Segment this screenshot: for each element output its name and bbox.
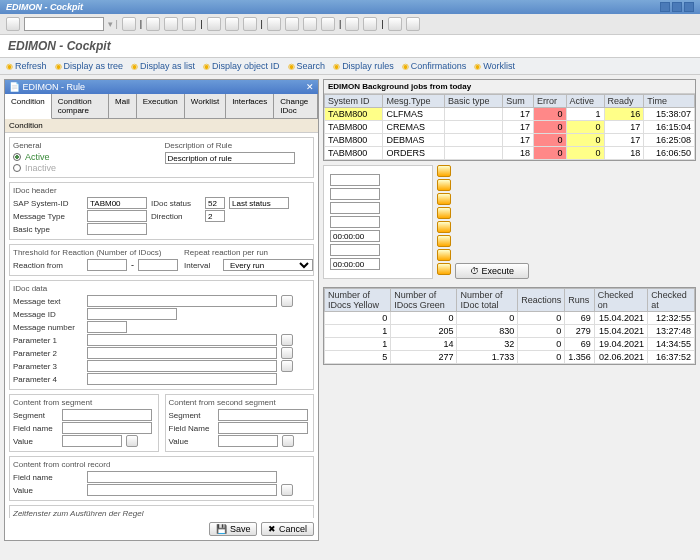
check-icon[interactable]: [6, 17, 20, 31]
reaction-from-label: Reaction from: [13, 261, 83, 270]
q3[interactable]: [330, 202, 380, 214]
first-icon[interactable]: [267, 17, 281, 31]
layout-icon[interactable]: [406, 17, 420, 31]
seg2-field-label: Field Name: [169, 424, 214, 433]
p3-input[interactable]: [87, 360, 277, 372]
qicon-5[interactable]: [437, 221, 451, 233]
find-icon[interactable]: [225, 17, 239, 31]
p1-help-icon[interactable]: [281, 334, 293, 346]
qicon-3[interactable]: [437, 193, 451, 205]
close-icon[interactable]: [684, 2, 694, 12]
seg2-help-icon[interactable]: [282, 435, 294, 447]
exit-icon[interactable]: [164, 17, 178, 31]
table-row[interactable]: 1205830027915.04.202113:27:48: [325, 325, 695, 338]
qicon-6[interactable]: [437, 235, 451, 247]
search-action[interactable]: Search: [288, 61, 326, 71]
display-list-action[interactable]: Display as list: [131, 61, 195, 71]
shortcut-icon[interactable]: [363, 17, 377, 31]
q4[interactable]: [330, 216, 380, 228]
table-row[interactable]: 52771.73301.35602.06.202116:37:52: [325, 351, 695, 364]
q6[interactable]: [330, 244, 380, 256]
seg1-field-input[interactable]: [62, 422, 152, 434]
p4-input[interactable]: [87, 373, 277, 385]
seg2-field-input[interactable]: [218, 422, 308, 434]
worklist-action[interactable]: Worklist: [474, 61, 515, 71]
idoc-header-title: IDoc header: [13, 186, 310, 195]
q7[interactable]: [330, 258, 380, 270]
tab-interfaces[interactable]: Interfaces: [226, 94, 274, 118]
q1[interactable]: [330, 174, 380, 186]
p1-input[interactable]: [87, 334, 277, 346]
seg2-value-input[interactable]: [218, 435, 278, 447]
p3-help-icon[interactable]: [281, 360, 293, 372]
seg1-segment-input[interactable]: [62, 409, 152, 421]
help-icon[interactable]: [388, 17, 402, 31]
display-object-id-action[interactable]: Display object ID: [203, 61, 280, 71]
q5[interactable]: [330, 230, 380, 242]
msg-text-input[interactable]: [87, 295, 277, 307]
refresh-action[interactable]: Refresh: [6, 61, 47, 71]
ctrl-value-input[interactable]: [87, 484, 277, 496]
execute-button[interactable]: ⏱ Execute: [455, 263, 529, 279]
prev-icon[interactable]: [285, 17, 299, 31]
next-icon[interactable]: [303, 17, 317, 31]
seg1-value-input[interactable]: [62, 435, 122, 447]
display-rules-action[interactable]: Display rules: [333, 61, 394, 71]
display-tree-action[interactable]: Display as tree: [55, 61, 124, 71]
idoc-status-code-input[interactable]: [205, 197, 225, 209]
max-icon[interactable]: [672, 2, 682, 12]
msg-text-help-icon[interactable]: [281, 295, 293, 307]
tab-execution[interactable]: Execution: [137, 94, 185, 118]
seg1-help-icon[interactable]: [126, 435, 138, 447]
radio-active[interactable]: [13, 153, 21, 161]
findnext-icon[interactable]: [243, 17, 257, 31]
cancel-button[interactable]: ✖ Cancel: [261, 522, 314, 536]
qicon-8[interactable]: [437, 263, 451, 275]
radio-inactive[interactable]: [13, 164, 21, 172]
msg-id-input[interactable]: [87, 308, 177, 320]
tab-mail[interactable]: Mail: [109, 94, 137, 118]
ctrl-help-icon[interactable]: [281, 484, 293, 496]
description-input[interactable]: [165, 152, 295, 164]
p2-help-icon[interactable]: [281, 347, 293, 359]
last-icon[interactable]: [321, 17, 335, 31]
msgtype-input[interactable]: [87, 210, 147, 222]
interval-select[interactable]: Every run: [223, 259, 313, 271]
msg-no-input[interactable]: [87, 321, 127, 333]
q2[interactable]: [330, 188, 380, 200]
basic-type-input[interactable]: [87, 223, 147, 235]
qicon-2[interactable]: [437, 179, 451, 191]
table-row[interactable]: TABM800DEBMAS17001716:25:08: [325, 134, 695, 147]
panel-close-icon[interactable]: ✕: [306, 82, 314, 92]
sap-system-input[interactable]: [87, 197, 147, 209]
command-dropdown[interactable]: [24, 17, 104, 31]
cancel-icon[interactable]: [182, 17, 196, 31]
direction-input[interactable]: [205, 210, 225, 222]
back-icon[interactable]: [146, 17, 160, 31]
table-row[interactable]: TABM800CREMAS17001716:15:04: [325, 121, 695, 134]
reaction-to-input[interactable]: [138, 259, 178, 271]
confirmations-action[interactable]: Confirmations: [402, 61, 467, 71]
tab-condition[interactable]: Condition: [5, 94, 52, 119]
qicon-7[interactable]: [437, 249, 451, 261]
ctrl-field-input[interactable]: [87, 471, 277, 483]
group-idoc-data: IDoc data Message text Message ID Messag…: [9, 280, 314, 390]
tab-worklist[interactable]: Worklist: [185, 94, 226, 118]
tab-change-idoc[interactable]: Change IDoc: [274, 94, 318, 118]
save-button[interactable]: 💾 Save: [209, 522, 257, 536]
table-row[interactable]: TABM800CLFMAS17011615:38:07: [325, 108, 695, 121]
table-row[interactable]: 1143206919.04.202114:34:55: [325, 338, 695, 351]
table-row[interactable]: 00006915.04.202112:32:55: [325, 312, 695, 325]
seg2-segment-input[interactable]: [218, 409, 308, 421]
table-row[interactable]: TABM800ORDERS18001816:06:50: [325, 147, 695, 160]
qicon-1[interactable]: [437, 165, 451, 177]
reaction-from-input[interactable]: [87, 259, 127, 271]
idoc-status-text-input[interactable]: [229, 197, 289, 209]
min-icon[interactable]: [660, 2, 670, 12]
qicon-4[interactable]: [437, 207, 451, 219]
p2-input[interactable]: [87, 347, 277, 359]
new-session-icon[interactable]: [345, 17, 359, 31]
tab-condition-compare[interactable]: Condition compare: [52, 94, 109, 118]
save-icon[interactable]: [122, 17, 136, 31]
print-icon[interactable]: [207, 17, 221, 31]
